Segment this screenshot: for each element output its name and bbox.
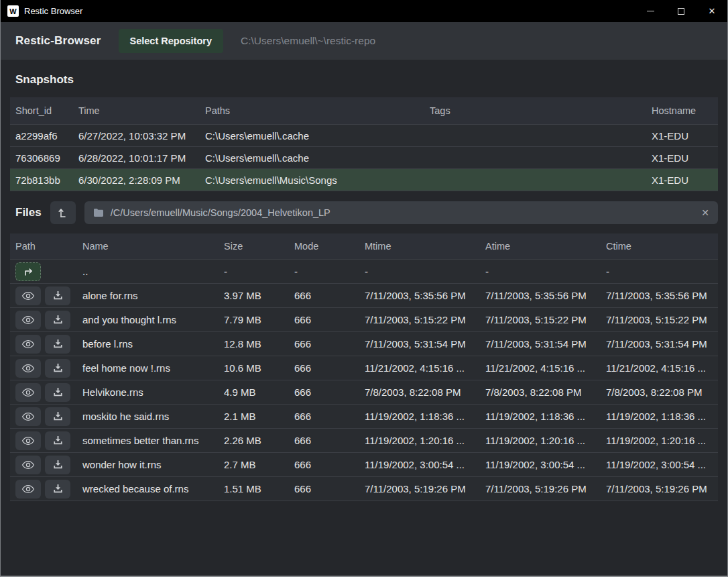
file-ctime: 11/19/2002, 3:00:54 ... xyxy=(606,459,718,470)
download-icon xyxy=(53,387,63,397)
files-current-path: /C/Users/emuell/Music/Songs/2004_Helveti… xyxy=(111,207,330,218)
file-mtime: 7/11/2003, 5:15:22 PM xyxy=(365,314,485,325)
download-file-button[interactable] xyxy=(45,480,70,499)
file-atime: 7/8/2003, 8:22:08 PM xyxy=(485,386,606,398)
snapshot-row[interactable]: a2299af6 6/27/2022, 10:03:32 PM C:\Users… xyxy=(10,124,718,146)
files-bar: Files /C/Users/emuell/Music/Songs/2004_H… xyxy=(1,201,718,225)
file-size: 10.6 MB xyxy=(224,362,294,374)
col-ctime: Ctime xyxy=(606,241,718,252)
file-ctime: 7/11/2003, 5:31:54 PM xyxy=(606,338,718,350)
col-name: Name xyxy=(82,241,224,252)
download-icon xyxy=(53,435,63,445)
view-file-button[interactable] xyxy=(15,359,41,378)
eye-icon xyxy=(21,388,35,397)
files-table-header: Path Name Size Mode Mtime Atime Ctime xyxy=(10,233,718,259)
col-mode: Mode xyxy=(294,241,365,252)
file-atime: 7/11/2003, 5:35:56 PM xyxy=(485,290,606,301)
file-size: 1.51 MB xyxy=(224,483,294,494)
select-repository-button[interactable]: Select Repository xyxy=(119,29,224,53)
wails-app-icon: W xyxy=(7,5,19,17)
file-mode: 666 xyxy=(294,483,365,494)
view-file-button[interactable] xyxy=(15,383,41,402)
file-mode: 666 xyxy=(294,459,365,470)
maximize-button[interactable] xyxy=(666,0,696,22)
col-path: Path xyxy=(15,241,82,252)
file-size: 7.79 MB xyxy=(224,314,294,325)
snapshot-row[interactable]: 76306869 6/28/2022, 10:01:17 PM C:\Users… xyxy=(10,146,718,168)
snapshots-section-header: Snapshots xyxy=(1,60,727,97)
file-mtime: - xyxy=(365,266,485,277)
download-icon xyxy=(53,291,63,301)
folder-icon xyxy=(93,208,104,217)
download-file-button[interactable] xyxy=(45,431,70,450)
maximize-icon xyxy=(678,8,684,15)
col-time: Time xyxy=(78,105,205,116)
corner-arrow-right-icon xyxy=(23,267,34,276)
repository-path: C:\Users\emuell\~\restic-repo xyxy=(241,35,375,47)
download-file-button[interactable] xyxy=(45,359,70,378)
eye-icon xyxy=(21,484,35,494)
file-ctime: 7/11/2003, 5:35:56 PM xyxy=(606,290,718,301)
file-mode: 666 xyxy=(294,290,365,301)
view-file-button[interactable] xyxy=(15,311,41,329)
view-file-button[interactable] xyxy=(15,335,41,354)
file-mtime: 7/11/2003, 5:31:54 PM xyxy=(365,338,485,350)
file-atime: - xyxy=(485,266,606,277)
file-row: sometimes better than.rns 2.26 MB 666 11… xyxy=(10,428,718,452)
col-paths: Paths xyxy=(205,105,430,116)
snapshot-paths: C:\Users\emuell\.cache xyxy=(205,152,430,164)
download-file-button[interactable] xyxy=(45,383,70,402)
file-actions xyxy=(15,456,82,474)
col-size: Size xyxy=(224,241,294,252)
snapshot-row-selected[interactable]: 72b813bb 6/30/2022, 2:28:09 PM C:\Users\… xyxy=(10,168,718,191)
file-mtime: 11/21/2002, 4:15:16 ... xyxy=(365,362,485,374)
view-file-button[interactable] xyxy=(15,431,41,450)
view-file-button[interactable] xyxy=(15,480,41,499)
download-file-button[interactable] xyxy=(45,456,70,474)
file-name: before l.rns xyxy=(82,338,224,350)
view-file-button[interactable] xyxy=(15,286,41,305)
download-icon xyxy=(53,315,63,325)
view-file-button[interactable] xyxy=(15,456,41,474)
file-mtime: 7/8/2003, 8:22:08 PM xyxy=(365,386,485,398)
eye-icon xyxy=(21,460,35,470)
snapshot-paths: C:\Users\emuell\.cache xyxy=(205,130,430,142)
file-size: 2.1 MB xyxy=(224,411,294,422)
file-name: .. xyxy=(82,266,224,277)
file-row: Helvikone.rns 4.9 MB 666 7/8/2003, 8:22:… xyxy=(10,380,718,404)
file-mtime: 7/11/2003, 5:19:26 PM xyxy=(365,483,485,494)
file-name: wrecked because of.rns xyxy=(82,483,224,494)
snapshots-table-header: Short_id Time Paths Tags Hostname xyxy=(10,97,718,124)
minimize-button[interactable] xyxy=(635,0,666,22)
view-file-button[interactable] xyxy=(15,407,41,426)
col-short-id: Short_id xyxy=(15,105,78,116)
navigate-parent-button[interactable] xyxy=(15,262,41,281)
file-mtime: 11/19/2002, 1:20:16 ... xyxy=(365,435,485,446)
download-file-button[interactable] xyxy=(45,407,70,426)
file-mode: 666 xyxy=(294,362,365,374)
download-file-button[interactable] xyxy=(45,335,70,354)
file-mtime: 11/19/2002, 1:18:36 ... xyxy=(365,411,485,422)
file-actions xyxy=(15,335,82,354)
level-up-button[interactable] xyxy=(50,201,76,224)
file-mode: 666 xyxy=(294,314,365,325)
clear-path-button[interactable]: ✕ xyxy=(701,207,709,218)
col-mtime: Mtime xyxy=(365,241,485,252)
file-mtime: 7/11/2003, 5:35:56 PM xyxy=(365,290,485,301)
snapshot-hostname: X1-EDU xyxy=(652,152,718,164)
file-row: alone for.rns 3.97 MB 666 7/11/2003, 5:3… xyxy=(10,283,718,307)
snapshot-short-id: 72b813bb xyxy=(15,174,78,186)
download-file-button[interactable] xyxy=(45,286,70,305)
snapshots-table: Short_id Time Paths Tags Hostname a2299a… xyxy=(10,97,718,191)
snapshot-short-id: 76306869 xyxy=(15,152,78,164)
download-icon xyxy=(53,411,63,421)
snapshot-paths: C:\Users\emuell\Music\Songs xyxy=(205,174,430,186)
file-name: Helvikone.rns xyxy=(82,386,224,398)
download-file-button[interactable] xyxy=(45,311,70,329)
eye-icon xyxy=(21,364,35,373)
window-controls: ✕ xyxy=(635,0,727,22)
file-actions xyxy=(15,431,82,450)
file-size: - xyxy=(224,266,294,277)
close-button[interactable]: ✕ xyxy=(696,0,727,22)
file-actions xyxy=(15,383,82,402)
